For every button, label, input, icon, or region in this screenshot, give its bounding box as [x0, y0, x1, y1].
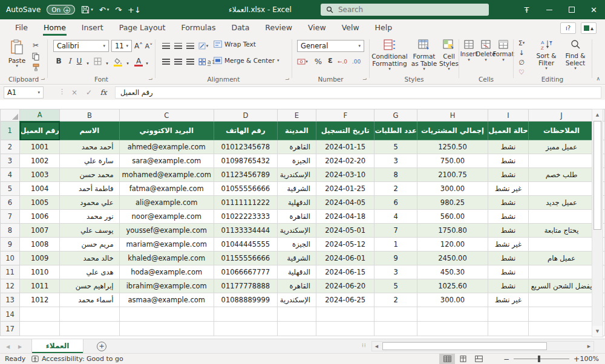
menu-tab-file[interactable]: File — [7, 19, 36, 36]
data-cell[interactable]: نشط — [488, 196, 528, 210]
data-cell[interactable]: الإسكندرية — [277, 168, 316, 182]
zoom-slider[interactable] — [514, 359, 569, 359]
normal-view-button[interactable] — [439, 354, 455, 364]
column-header-E[interactable]: E — [277, 109, 316, 122]
column-header-A[interactable]: A — [20, 109, 60, 122]
sort-filter-button[interactable]: AZ Sort & Filter ▾ — [533, 39, 560, 71]
data-cell[interactable]: 2024-06-15 — [316, 265, 374, 279]
row-header-2[interactable]: 2 — [1, 140, 20, 154]
column-header-G[interactable]: G — [374, 109, 417, 122]
data-cell[interactable]: 3 — [374, 265, 417, 279]
zoom-level[interactable]: 100% — [580, 355, 599, 363]
data-cell[interactable] — [528, 210, 595, 224]
confirm-entry-button[interactable]: ✓ — [82, 86, 96, 99]
help-tell-me-button[interactable]: ı? — [560, 22, 576, 34]
data-cell[interactable]: mohamed@example.com — [119, 168, 214, 182]
data-cell[interactable]: القاهرة — [277, 210, 316, 224]
align-top-button[interactable] — [160, 41, 171, 51]
data-cell-empty[interactable] — [417, 322, 488, 336]
row-header-1[interactable]: 1 — [1, 122, 20, 140]
data-cell[interactable]: khaled@example.com — [119, 252, 214, 265]
bold-button[interactable]: B — [54, 56, 64, 67]
merge-center-button[interactable]: Merge & Center ▾ — [214, 57, 280, 64]
data-cell[interactable]: غير نشط — [488, 182, 528, 196]
data-cell[interactable]: 1004 — [20, 182, 60, 196]
data-cell-empty[interactable] — [488, 322, 528, 336]
column-header-B[interactable]: B — [60, 109, 119, 122]
clear-button[interactable]: ∅ — [516, 57, 527, 67]
share-button[interactable]: ▴ — [581, 22, 597, 34]
tab-strip-resize-icon[interactable]: ⁞⁞ — [362, 342, 367, 348]
data-cell[interactable]: 1009 — [20, 252, 60, 265]
zoom-out-icon[interactable]: − — [503, 356, 509, 363]
data-cell[interactable]: 01022223333 — [214, 210, 277, 224]
italic-button[interactable]: I — [65, 56, 74, 67]
align-bottom-button[interactable] — [185, 41, 195, 51]
data-cell-empty[interactable] — [20, 322, 60, 336]
data-cell[interactable]: عميل مميز — [528, 140, 595, 154]
select-all-corner[interactable] — [1, 109, 20, 122]
data-cell[interactable]: يوسف علي — [60, 224, 119, 238]
data-cell[interactable]: sara@example.com — [119, 154, 214, 168]
sheet-tab-active[interactable]: العملاء — [31, 339, 83, 354]
data-cell[interactable]: fatma@example.com — [119, 182, 214, 196]
data-cell[interactable]: hoda@example.com — [119, 265, 214, 279]
autosave-toggle[interactable]: On + — [47, 5, 75, 15]
borders-button[interactable] — [93, 56, 102, 67]
cut-button[interactable]: ✂ — [30, 41, 41, 50]
header-cell[interactable]: إجمالي المشتريات — [417, 122, 488, 140]
data-cell[interactable]: 980.25 — [417, 196, 488, 210]
fill-color-caret-icon[interactable]: ▾ — [123, 58, 132, 69]
menu-tab-view[interactable]: View — [300, 19, 334, 36]
horizontal-scrollbar[interactable]: ◀ ▶ — [371, 341, 594, 351]
data-cell[interactable]: نور محمد — [60, 210, 119, 224]
data-cell[interactable]: mariam@example.com — [119, 238, 214, 252]
data-cell-empty[interactable] — [119, 307, 214, 322]
search-box[interactable] — [321, 4, 489, 16]
data-cell-empty[interactable] — [417, 307, 488, 322]
data-cell[interactable]: 1012 — [20, 293, 60, 307]
menu-tab-velw[interactable]: Velw — [334, 19, 367, 36]
data-cell[interactable]: نشط — [488, 154, 528, 168]
data-cell[interactable]: 2024-06-01 — [316, 252, 374, 265]
increase-decimal-button[interactable]: ←.0 — [337, 57, 348, 67]
column-header-D[interactable]: D — [214, 109, 277, 122]
data-cell[interactable]: الإسكندرية — [277, 293, 316, 307]
row-header-5[interactable]: 5 — [1, 182, 20, 196]
header-cell[interactable]: رقم العميل — [20, 122, 60, 140]
column-header-C[interactable]: C — [119, 109, 214, 122]
row-header-10[interactable]: 10 — [1, 252, 20, 265]
data-cell[interactable]: طلب خصم — [528, 168, 595, 182]
row-header-9[interactable]: 9 — [1, 238, 20, 252]
data-cell-empty[interactable] — [374, 307, 417, 322]
minimize-button[interactable] — [538, 0, 560, 19]
data-cell[interactable]: 01133334444 — [214, 224, 277, 238]
format-as-table-button[interactable]: Format as Table ▾ — [409, 39, 439, 71]
data-cell[interactable]: 7 — [374, 224, 417, 238]
data-cell[interactable]: 2024-06-20 — [316, 279, 374, 293]
data-cell[interactable]: 2024-03-10 — [316, 168, 374, 182]
data-cell[interactable]: نشط — [488, 265, 528, 279]
column-header-H[interactable]: H — [417, 109, 488, 122]
data-cell[interactable]: 1001 — [20, 140, 60, 154]
data-cell[interactable]: 1025.60 — [417, 279, 488, 293]
data-cell[interactable]: نشط — [488, 210, 528, 224]
cancel-entry-button[interactable]: × — [68, 86, 81, 99]
data-cell[interactable]: 8 — [374, 168, 417, 182]
data-cell[interactable]: 9 — [374, 252, 417, 265]
maximize-button[interactable] — [560, 0, 583, 19]
data-cell[interactable]: الجيزة — [277, 154, 316, 168]
data-cell[interactable]: أحمد محمد — [60, 140, 119, 154]
font-name-select[interactable]: Calibri▾ — [53, 40, 109, 52]
page-break-view-button[interactable] — [471, 354, 486, 364]
scroll-up-icon[interactable]: ▲ — [592, 109, 603, 120]
data-cell[interactable]: 1250.50 — [417, 140, 488, 154]
data-cell[interactable]: 1750.80 — [417, 224, 488, 238]
data-cell[interactable]: 2024-05-12 — [316, 238, 374, 252]
data-cell[interactable]: 2024-05-01 — [316, 224, 374, 238]
column-header-I[interactable]: I — [488, 109, 528, 122]
data-cell[interactable]: 01123456789 — [214, 168, 277, 182]
data-cell[interactable]: القاهرة — [277, 279, 316, 293]
data-cell-empty[interactable] — [316, 307, 374, 322]
align-middle-button[interactable] — [172, 41, 183, 51]
